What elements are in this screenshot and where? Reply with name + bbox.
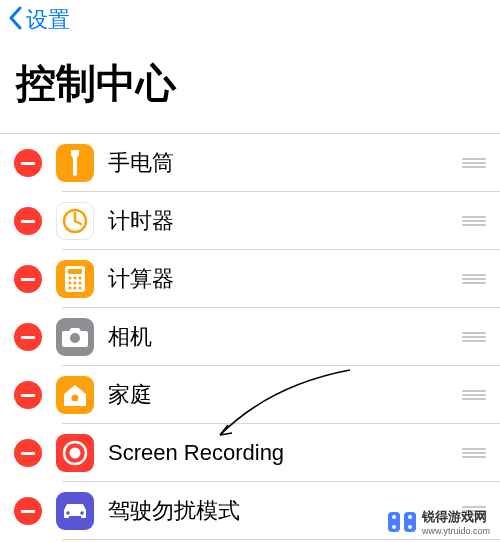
svg-point-6 <box>69 282 72 285</box>
svg-point-3 <box>69 277 72 280</box>
calculator-icon <box>56 260 94 298</box>
drag-handle-icon[interactable] <box>462 156 486 170</box>
remove-button[interactable] <box>14 381 42 409</box>
item-label: Screen Recording <box>108 440 462 466</box>
home-icon <box>56 376 94 414</box>
svg-point-7 <box>74 282 77 285</box>
svg-point-11 <box>79 287 82 290</box>
remove-button[interactable] <box>14 323 42 351</box>
nav-bar: 设置 <box>0 0 500 40</box>
drag-handle-icon[interactable] <box>462 330 486 344</box>
timer-icon <box>56 202 94 240</box>
svg-rect-2 <box>68 269 82 274</box>
back-chevron-icon[interactable] <box>8 6 24 35</box>
watermark-footer: 锐得游戏网 www.ytruido.com <box>388 507 490 536</box>
watermark-logo-icon <box>388 512 416 532</box>
page-title: 控制中心 <box>0 40 500 133</box>
remove-button[interactable] <box>14 149 42 177</box>
watermark-brand: 锐得游戏网 <box>422 509 487 524</box>
item-label: 计时器 <box>108 206 462 236</box>
control-list: 手电筒 计时器 计算器 相机 家庭 <box>0 133 500 540</box>
svg-point-10 <box>74 287 77 290</box>
svg-point-16 <box>66 511 70 515</box>
svg-point-8 <box>79 282 82 285</box>
back-button[interactable]: 设置 <box>26 5 70 35</box>
drag-handle-icon[interactable] <box>462 272 486 286</box>
drag-handle-icon[interactable] <box>462 214 486 228</box>
svg-point-15 <box>70 448 81 459</box>
svg-point-9 <box>69 287 72 290</box>
item-label: 相机 <box>108 322 462 352</box>
svg-point-17 <box>80 511 84 515</box>
list-item: 相机 <box>0 308 500 366</box>
flashlight-icon <box>56 144 94 182</box>
svg-point-12 <box>70 333 80 343</box>
svg-point-13 <box>72 395 79 402</box>
remove-button[interactable] <box>14 497 42 525</box>
drag-handle-icon[interactable] <box>462 446 486 460</box>
screen-recording-icon <box>56 434 94 472</box>
watermark-url: www.ytruido.com <box>422 526 490 536</box>
svg-point-5 <box>79 277 82 280</box>
list-item: 手电筒 <box>0 134 500 192</box>
list-item: Screen Recording <box>0 424 500 482</box>
list-item: 计算器 <box>0 250 500 308</box>
remove-button[interactable] <box>14 207 42 235</box>
drag-handle-icon[interactable] <box>462 388 486 402</box>
list-item: 计时器 <box>0 192 500 250</box>
remove-button[interactable] <box>14 439 42 467</box>
remove-button[interactable] <box>14 265 42 293</box>
svg-point-4 <box>74 277 77 280</box>
car-icon <box>56 492 94 530</box>
item-label: 家庭 <box>108 380 462 410</box>
item-label: 手电筒 <box>108 148 462 178</box>
list-item: 家庭 <box>0 366 500 424</box>
item-label: 计算器 <box>108 264 462 294</box>
camera-icon <box>56 318 94 356</box>
